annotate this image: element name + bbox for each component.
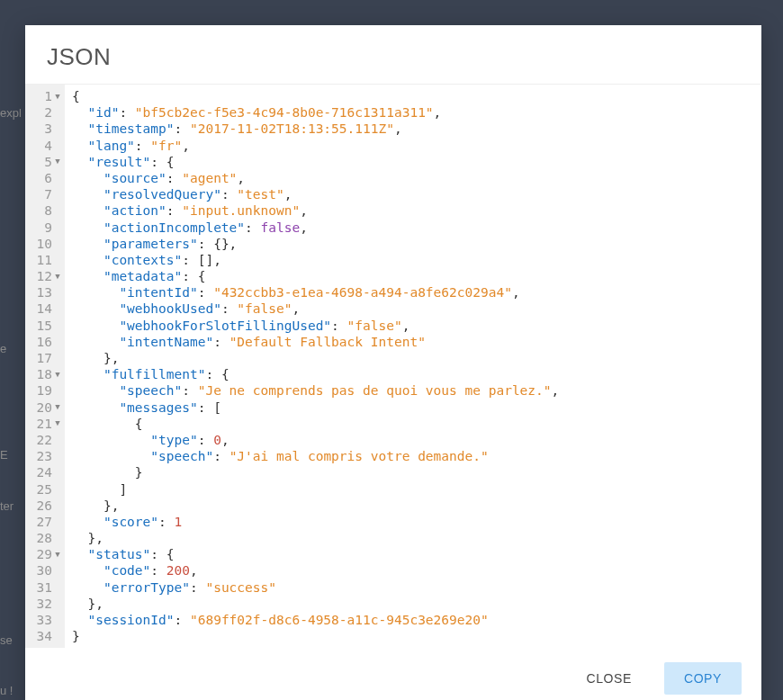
bg-text: se bbox=[0, 633, 13, 647]
gutter-line: 17 bbox=[25, 350, 65, 366]
fold-marker-icon[interactable]: ▼ bbox=[54, 93, 61, 101]
gutter-line: 23 bbox=[25, 448, 65, 464]
gutter-line: 25 bbox=[25, 481, 65, 498]
modal-title: JSON bbox=[47, 43, 740, 71]
gutter-line: 5▼ bbox=[25, 154, 65, 170]
code-line[interactable]: "code": 200, bbox=[72, 562, 761, 579]
code-line[interactable]: "action": "input.unknown", bbox=[72, 202, 761, 219]
modal-footer: CLOSE COPY bbox=[25, 648, 761, 700]
code-line[interactable]: "resolvedQuery": "test", bbox=[72, 186, 761, 202]
code-line[interactable]: { bbox=[72, 88, 761, 104]
gutter-line: 24 bbox=[25, 464, 65, 480]
bg-text: u ! bbox=[0, 684, 13, 697]
code-line[interactable]: }, bbox=[72, 596, 761, 612]
code-line[interactable]: "errorType": "success" bbox=[72, 579, 761, 596]
gutter-line: 19 bbox=[25, 382, 65, 399]
code-line[interactable]: "intentId": "432ccbb3-e1ea-4698-a494-a8f… bbox=[72, 284, 761, 301]
editor-gutter: 1▼2345▼6789101112▼131415161718▼1920▼21▼2… bbox=[25, 85, 65, 648]
gutter-line: 1▼ bbox=[25, 88, 65, 104]
code-line[interactable]: "webhookForSlotFillingUsed": "false", bbox=[72, 318, 761, 334]
code-line[interactable]: "metadata": { bbox=[72, 268, 761, 284]
gutter-line: 13 bbox=[25, 284, 65, 301]
code-line[interactable]: "result": { bbox=[72, 154, 761, 170]
code-line[interactable]: }, bbox=[72, 350, 761, 366]
gutter-line: 12▼ bbox=[25, 268, 65, 284]
fold-marker-icon[interactable]: ▼ bbox=[54, 403, 61, 411]
code-line[interactable]: "intentName": "Default Fallback Intent" bbox=[72, 334, 761, 350]
code-line[interactable]: "type": 0, bbox=[72, 432, 761, 448]
gutter-line: 34 bbox=[25, 628, 65, 644]
gutter-line: 9 bbox=[25, 220, 65, 236]
editor-code[interactable]: { "id": "bf5cb2ec-f5e3-4c94-8b0e-716c131… bbox=[65, 85, 761, 648]
code-line[interactable]: "status": { bbox=[72, 546, 761, 562]
copy-button[interactable]: COPY bbox=[664, 662, 742, 695]
code-line[interactable]: "contexts": [], bbox=[72, 252, 761, 268]
gutter-line: 28 bbox=[25, 530, 65, 546]
close-button[interactable]: CLOSE bbox=[566, 662, 651, 695]
gutter-line: 31 bbox=[25, 579, 65, 596]
gutter-line: 26 bbox=[25, 498, 65, 514]
gutter-line: 14 bbox=[25, 301, 65, 317]
code-line[interactable]: } bbox=[72, 628, 761, 644]
code-line[interactable]: }, bbox=[72, 530, 761, 546]
code-line[interactable]: }, bbox=[72, 498, 761, 514]
gutter-line: 4 bbox=[25, 138, 65, 154]
code-line[interactable]: "parameters": {}, bbox=[72, 236, 761, 252]
code-line[interactable]: ] bbox=[72, 481, 761, 498]
fold-marker-icon[interactable]: ▼ bbox=[54, 157, 61, 166]
code-line[interactable]: "lang": "fr", bbox=[72, 138, 761, 154]
code-line[interactable]: } bbox=[72, 464, 761, 480]
modal-header: JSON bbox=[25, 25, 761, 84]
code-line[interactable]: "timestamp": "2017-11-02T18:13:55.111Z", bbox=[72, 121, 761, 137]
gutter-line: 30 bbox=[25, 562, 65, 579]
code-line[interactable]: "score": 1 bbox=[72, 514, 761, 530]
gutter-line: 29▼ bbox=[25, 546, 65, 562]
code-line[interactable]: { bbox=[72, 416, 761, 432]
code-line[interactable]: "actionIncomplete": false, bbox=[72, 220, 761, 236]
code-line[interactable]: "messages": [ bbox=[72, 399, 761, 416]
code-line[interactable]: "id": "bf5cb2ec-f5e3-4c94-8b0e-716c1311a… bbox=[72, 104, 761, 121]
bg-text: E bbox=[0, 448, 8, 462]
fold-marker-icon[interactable]: ▼ bbox=[54, 419, 61, 427]
gutter-line: 8 bbox=[25, 202, 65, 219]
gutter-line: 21▼ bbox=[25, 416, 65, 432]
gutter-line: 10 bbox=[25, 236, 65, 252]
gutter-line: 3 bbox=[25, 121, 65, 137]
code-line[interactable]: "source": "agent", bbox=[72, 170, 761, 186]
bg-text: ter bbox=[0, 499, 14, 513]
gutter-line: 2 bbox=[25, 104, 65, 121]
json-editor[interactable]: 1▼2345▼6789101112▼131415161718▼1920▼21▼2… bbox=[25, 84, 761, 648]
gutter-line: 7 bbox=[25, 186, 65, 202]
bg-text: e bbox=[0, 342, 6, 355]
json-modal: JSON 1▼2345▼6789101112▼131415161718▼1920… bbox=[25, 25, 761, 700]
gutter-line: 6 bbox=[25, 170, 65, 186]
gutter-line: 11 bbox=[25, 252, 65, 268]
gutter-line: 22 bbox=[25, 432, 65, 448]
gutter-line: 18▼ bbox=[25, 366, 65, 382]
code-line[interactable]: "speech": "Je ne comprends pas de quoi v… bbox=[72, 382, 761, 399]
fold-marker-icon[interactable]: ▼ bbox=[54, 371, 61, 379]
code-line[interactable]: "speech": "J'ai mal compris votre demand… bbox=[72, 448, 761, 464]
fold-marker-icon[interactable]: ▼ bbox=[54, 551, 61, 559]
code-line[interactable]: "webhookUsed": "false", bbox=[72, 301, 761, 317]
code-line[interactable]: "fulfillment": { bbox=[72, 366, 761, 382]
fold-marker-icon[interactable]: ▼ bbox=[54, 273, 61, 281]
gutter-line: 15 bbox=[25, 318, 65, 334]
gutter-line: 16 bbox=[25, 334, 65, 350]
bg-text: expl bbox=[0, 106, 22, 120]
gutter-line: 27 bbox=[25, 514, 65, 530]
gutter-line: 32 bbox=[25, 596, 65, 612]
gutter-line: 33 bbox=[25, 612, 65, 628]
gutter-line: 20▼ bbox=[25, 399, 65, 416]
code-line[interactable]: "sessionId": "689ff02f-d8c6-4958-a11c-94… bbox=[72, 612, 761, 628]
